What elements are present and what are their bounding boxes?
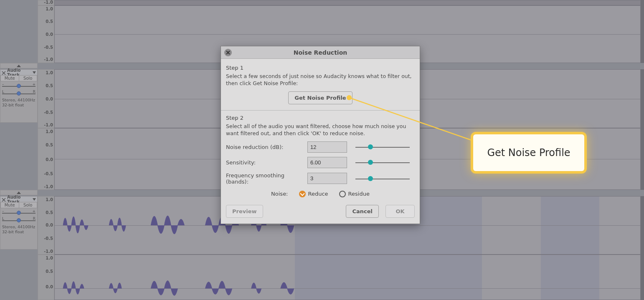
callout-text: Get Noise Profile [487,147,570,159]
waveform-track3-ch2[interactable] [54,255,641,300]
noise-reduction-label: Noise reduction (dB): [226,144,307,150]
scale-p05: 0.5 [40,19,53,24]
noise-reduction-dialog: Noise Reduction Step 1 Select a few seco… [221,46,420,224]
track2-bit: 32-bit float [2,103,35,108]
track3-header: Audio Track Mute Solo – + L R Stereo, 44… [0,196,38,250]
ok-button[interactable]: OK [385,205,415,218]
residue-radio[interactable]: Residue [339,191,370,197]
radio-checked-icon [299,191,306,197]
noise-reduction-input[interactable] [307,141,347,153]
callout-get-noise-profile: Get Noise Profile [473,134,584,171]
solo-button[interactable]: Solo [19,76,38,81]
track-menu-icon[interactable] [33,197,36,202]
radio-unchecked-icon [339,191,346,197]
pan-slider[interactable]: L R [2,91,35,96]
gain-slider[interactable]: – + [2,83,35,89]
noise-reduction-slider[interactable] [355,144,410,150]
get-noise-profile-button[interactable]: Get Noise Profile [288,91,352,104]
step1-label: Step 1 [226,65,415,71]
freq-smooth-label: Frequency smoothing (bands): [226,172,307,185]
sensitivity-label: Sensitivity: [226,159,307,166]
scale-neg10: -1.0 [40,0,53,5]
track3-bit: 32-bit float [2,229,35,234]
mute-button[interactable]: Mute [0,202,19,208]
step2-label: Step 2 [226,115,415,121]
gain-slider[interactable]: – + [2,210,35,216]
scale-n05: -0.5 [40,45,53,50]
close-icon[interactable] [2,198,6,202]
reduce-radio[interactable]: Reduce [299,191,328,197]
track2-header: Audio Track Mute Solo – + L R Stereo, 44… [0,69,38,123]
pan-slider[interactable]: L R [2,217,35,223]
freq-smooth-slider[interactable] [355,175,410,182]
step1-desc: Select a few seconds of just noise so Au… [226,73,415,87]
noise-label: Noise: [271,191,288,197]
solo-button[interactable]: Solo [19,202,38,208]
track3-format: Stereo, 44100Hz [2,224,35,229]
scale-zero: 0.0 [40,32,53,37]
freq-smooth-input[interactable] [307,173,347,184]
dialog-close-button[interactable] [224,49,232,56]
cancel-button[interactable]: Cancel [346,205,379,218]
scale-n10: -1.0 [40,57,53,62]
mute-button[interactable]: Mute [0,76,19,81]
track-menu-icon[interactable] [33,70,36,75]
scale-p10: 1.0 [40,7,53,11]
preview-button[interactable]: Preview [226,205,263,218]
close-icon[interactable] [2,71,6,75]
sensitivity-input[interactable] [307,157,347,168]
step2-desc: Select all of the audio you want filtere… [226,123,415,137]
dialog-title: Noise Reduction [294,49,347,56]
sensitivity-slider[interactable] [355,159,410,166]
track2-format: Stereo, 44100Hz [2,98,35,103]
